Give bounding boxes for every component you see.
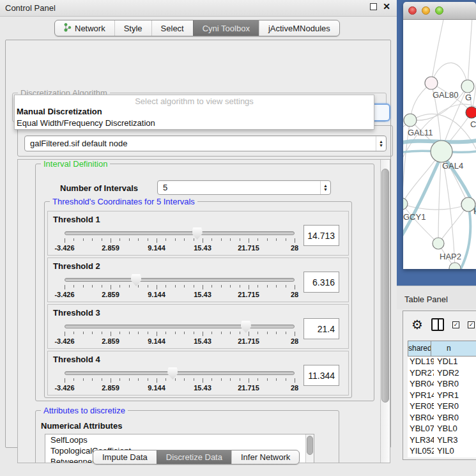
threshold-box-4: Threshold 4-3.4262.8599.14415.4321.71528…: [47, 351, 349, 395]
network-edge[interactable]: [403, 204, 468, 210]
slider-track[interactable]: [65, 231, 295, 235]
slider-track[interactable]: [65, 278, 295, 282]
slider-ticks: [65, 238, 295, 243]
control-panel: Control Panel ✕ NetworkStyleSelectCyni T…: [0, 0, 397, 476]
threshold-slider: -3.4262.8599.14415.4321.71528: [65, 211, 295, 256]
columns-icon[interactable]: [431, 318, 444, 331]
control-panel-title: Control Panel: [5, 3, 56, 13]
table-row[interactable]: YDL19...YDL1: [408, 357, 476, 368]
network-node-gal4[interactable]: [431, 141, 452, 162]
float-window-icon[interactable]: [370, 3, 377, 10]
cell-shared-name: YDR27...: [408, 368, 434, 380]
slider-track[interactable]: [65, 325, 295, 328]
slider-tick-labels: -3.4262.8599.14415.4321.71528: [65, 244, 295, 252]
attributes-group-label: Attributes to discretize: [41, 406, 128, 415]
tab-impute-data[interactable]: Impute Data: [93, 450, 157, 464]
table-row[interactable]: YLR345WYLR3: [408, 435, 476, 447]
cyni-bottom-tabs: Impute DataDiscretize DataInfer Network: [93, 450, 300, 464]
network-node-gcy1[interactable]: [403, 198, 408, 210]
node-label: GAL80: [433, 90, 458, 100]
network-node-gal11[interactable]: [404, 114, 417, 127]
interval-definition-groupbox: Interval Definition Number of Intervals …: [35, 164, 374, 401]
cell-shared-name: YBR043C: [408, 379, 434, 390]
threshold-value-field[interactable]: 11.344: [303, 365, 339, 386]
table-data-select[interactable]: galFiltered.sif default node ▲▼: [24, 135, 387, 151]
tab-network[interactable]: Network: [55, 20, 114, 36]
cell-name: YDR2: [434, 368, 476, 380]
table-row[interactable]: YER054CYER0: [408, 401, 476, 413]
settings-vertical-scrollbar[interactable]: [380, 160, 390, 463]
network-edge[interactable]: [431, 20, 444, 83]
thresholds-groupbox: Threshold's Coordinates for 5 Intervals …: [44, 201, 352, 398]
table-row[interactable]: YBL079WYBL0: [408, 424, 476, 435]
algorithm-dropdown-popup: Select algorithm to view settings Manual…: [14, 95, 374, 130]
dropdown-option-manual[interactable]: Manual Discretization: [15, 106, 374, 118]
checkbox-icon[interactable]: ✓: [468, 321, 475, 328]
tab-label: Select: [161, 24, 184, 33]
tab-cyni-toolbox[interactable]: Cyni Toolbox: [193, 20, 259, 36]
cell-name: YLR3: [434, 435, 476, 447]
slider-track[interactable]: [65, 371, 295, 375]
table-row[interactable]: YBR043CYBR0: [408, 379, 476, 390]
network-canvas[interactable]: GAL80GCGAL11GAL4GCY1HHAP2: [403, 20, 476, 269]
threshold-value-field[interactable]: 21.4: [303, 318, 339, 339]
threshold-slider: -3.4262.8599.14415.4321.71528: [65, 351, 295, 396]
dropdown-placeholder: Select algorithm to view settings: [15, 95, 374, 106]
tab-infer-network[interactable]: Infer Network: [231, 450, 299, 464]
table-row[interactable]: YIL052CYIL0: [408, 446, 476, 457]
cell-name: YBR0: [434, 379, 476, 390]
dropdown-option-equal-width[interactable]: Equal Width/Frequency Discretization: [15, 118, 374, 129]
stepper-icon: ▲▼: [320, 181, 330, 194]
slider-tick-labels: -3.4262.8599.14415.4321.71528: [65, 337, 295, 345]
column-header-shared-name[interactable]: shared...: [408, 341, 431, 357]
node-label: HAP2: [440, 252, 461, 261]
checkbox-icon[interactable]: ✓: [452, 321, 459, 328]
column-header-name[interactable]: n: [431, 341, 476, 357]
table-panel-body: ⚙ ✓ ✓ shared... n YDL19...YDL1YDR27...YD…: [403, 311, 476, 460]
number-of-intervals-select[interactable]: 5 ▲▼: [157, 180, 331, 195]
attributes-scrollbar[interactable]: [305, 434, 314, 463]
network-edge[interactable]: [468, 20, 472, 86]
app-root: Control Panel ✕ NetworkStyleSelectCyni T…: [0, 0, 476, 476]
node-label: GAL11: [408, 128, 433, 137]
slider-ticks: [65, 332, 295, 337]
network-window: GAL80GCGAL11GAL4GCY1HHAP2: [403, 2, 476, 269]
network-node[interactable]: [449, 263, 461, 269]
threshold-value-field[interactable]: 14.713: [303, 225, 339, 246]
gear-icon[interactable]: ⚙: [411, 318, 423, 331]
threshold-slider: -3.4262.8599.14415.4321.71528: [65, 305, 295, 349]
network-node-gal80[interactable]: [425, 77, 438, 89]
cell-shared-name: YDL19...: [408, 357, 434, 368]
slider-ticks: [65, 285, 295, 290]
cell-name: YER0: [434, 401, 476, 413]
tab-label: jActiveMNodules: [268, 24, 330, 33]
network-node-g[interactable]: [461, 80, 474, 93]
minimize-button[interactable]: [422, 6, 430, 15]
tab-select[interactable]: Select: [151, 20, 193, 36]
table-data-select-value: galFiltered.sif default node: [25, 139, 376, 148]
scrollbar-thumb[interactable]: [381, 169, 389, 403]
tab-style[interactable]: Style: [114, 20, 151, 36]
node-label: GCY1: [403, 212, 426, 222]
tab-discretize-data[interactable]: Discretize Data: [157, 450, 231, 464]
network-edge-thick[interactable]: [403, 155, 441, 240]
close-button[interactable]: [408, 6, 417, 15]
threshold-slider: -3.4262.8599.14415.4321.71528: [65, 258, 295, 303]
cell-name: YIL0: [434, 446, 476, 457]
table-row[interactable]: YDR27...YDR2: [408, 368, 476, 380]
network-node-c[interactable]: [466, 107, 476, 118]
threshold-box-2: Threshold 2-3.4262.8599.14415.4321.71528…: [47, 257, 349, 302]
threshold-value-field[interactable]: 6.316: [303, 272, 339, 293]
zoom-button[interactable]: [435, 6, 443, 15]
close-panel-icon[interactable]: ✕: [383, 3, 390, 10]
number-of-intervals-value: 5: [158, 183, 320, 192]
cell-shared-name: YLR345W: [408, 435, 434, 447]
tab-jactivemnodules[interactable]: jActiveMNodules: [259, 20, 339, 36]
interval-definition-label: Interval Definition: [41, 159, 110, 169]
list-item[interactable]: SelfLoops: [45, 434, 314, 445]
table-row[interactable]: YPR145WYPR1: [408, 390, 476, 402]
network-edge[interactable]: [438, 151, 441, 243]
node-label: H: [473, 206, 476, 216]
network-node-hap2[interactable]: [433, 238, 444, 249]
table-row[interactable]: YBR045CYBR0: [408, 413, 476, 424]
